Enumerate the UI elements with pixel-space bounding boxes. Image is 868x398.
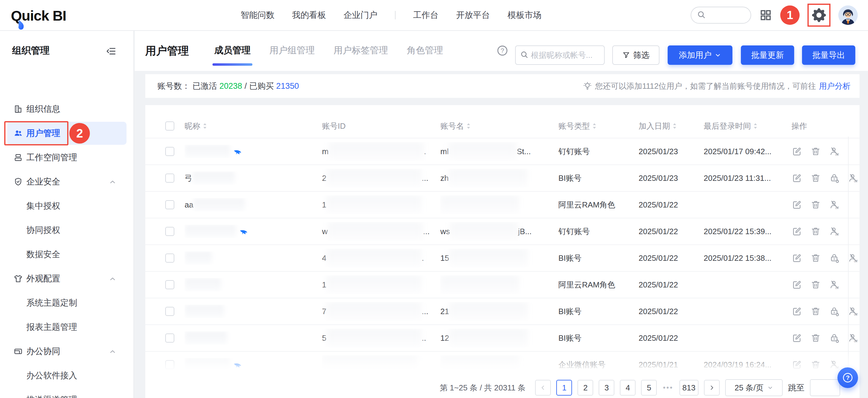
reset-password-icon[interactable]	[829, 306, 840, 317]
chevron-up-icon[interactable]	[108, 178, 117, 187]
offboard-user-icon[interactable]: off	[829, 199, 840, 210]
jump-to-page-input[interactable]	[810, 379, 840, 396]
delete-user-icon[interactable]	[810, 333, 821, 343]
sort-icon[interactable]	[466, 122, 471, 130]
row-checkbox[interactable]	[165, 174, 174, 183]
sidebar-item-system-theme[interactable]: 系统主题定制	[0, 291, 133, 315]
sidebar-item-appearance-config[interactable]: 外观配置	[0, 266, 133, 291]
page-button-5[interactable]: 5	[641, 380, 657, 396]
chevron-up-icon[interactable]	[108, 348, 117, 357]
tab-user-tags[interactable]: 用户标签管理	[334, 44, 388, 58]
user-search-input[interactable]	[531, 51, 597, 60]
tab-user-groups[interactable]: 用户组管理	[269, 44, 315, 58]
tab-roles[interactable]: 角色管理	[407, 44, 443, 58]
last-page-button[interactable]: 813	[679, 380, 699, 396]
filter-button[interactable]: 筛选	[612, 46, 659, 65]
offboard-user-icon[interactable]: off	[848, 253, 859, 263]
sidebar-item-central-authorization[interactable]: 集中授权	[0, 194, 133, 218]
page-button-4[interactable]: 4	[620, 380, 636, 396]
sidebar-item-user-management[interactable]: 用户管理 2	[0, 121, 133, 145]
column-header-last-login[interactable]: 最后登录时间	[704, 121, 792, 132]
nav-item-smart-query[interactable]: 智能问数	[241, 9, 275, 21]
offboard-user-icon[interactable]: off	[829, 359, 840, 370]
edit-user-icon[interactable]	[792, 253, 802, 263]
sidebar-item-workspace-management[interactable]: 工作空间管理	[0, 145, 133, 170]
offboard-user-icon[interactable]: off	[848, 173, 859, 183]
settings-gear-icon[interactable]	[812, 8, 826, 22]
batch-update-button[interactable]: 批量更新	[741, 46, 794, 65]
nav-item-my-dashboard[interactable]: 我的看板	[292, 9, 326, 21]
edit-user-icon[interactable]	[792, 173, 802, 183]
sort-icon[interactable]	[673, 122, 677, 130]
nav-item-template-market[interactable]: 模板市场	[507, 9, 541, 21]
page-button-2[interactable]: 2	[578, 380, 593, 396]
column-header-account-name[interactable]: 账号名	[440, 121, 558, 132]
edit-user-icon[interactable]	[792, 306, 802, 317]
offboard-user-icon[interactable]: off	[829, 146, 840, 157]
row-checkbox[interactable]	[165, 254, 174, 263]
row-checkbox[interactable]	[165, 227, 174, 236]
quick-bi-logo[interactable]: Quick BI	[11, 7, 66, 24]
row-checkbox[interactable]	[165, 147, 174, 156]
sidebar-item-enterprise-security[interactable]: 企业安全	[0, 170, 133, 194]
next-page-button[interactable]	[704, 380, 720, 396]
column-header-join-date[interactable]: 加入日期	[639, 121, 704, 132]
row-checkbox[interactable]	[165, 280, 174, 289]
delete-user-icon[interactable]	[810, 306, 821, 317]
edit-user-icon[interactable]	[792, 359, 802, 370]
batch-export-button[interactable]: 批量导出	[802, 46, 855, 65]
page-button-3[interactable]: 3	[599, 380, 614, 396]
sidebar-item-collaborative-authorization[interactable]: 协同授权	[0, 218, 133, 242]
delete-user-icon[interactable]	[810, 173, 821, 183]
user-analysis-link[interactable]: 用户分析	[819, 81, 850, 91]
add-user-button[interactable]: 添加用户	[668, 46, 733, 65]
prev-page-button[interactable]	[535, 380, 551, 396]
nav-item-workbench[interactable]: 工作台	[413, 9, 438, 21]
row-checkbox[interactable]	[165, 334, 174, 343]
edit-user-icon[interactable]	[792, 333, 802, 343]
nav-item-open-platform[interactable]: 开放平台	[456, 9, 490, 21]
sidebar-item-office-software-access[interactable]: 办公软件接入	[0, 364, 133, 388]
column-header-account-type[interactable]: 账号类型	[558, 121, 639, 132]
sidebar-item-push-channel[interactable]: 推送渠道管理	[0, 388, 133, 398]
row-checkbox[interactable]	[165, 307, 174, 316]
offboard-user-icon[interactable]: off	[829, 226, 840, 237]
reset-password-icon[interactable]	[829, 253, 840, 263]
sort-icon[interactable]	[203, 122, 207, 130]
sidebar-item-office-collaboration[interactable]: 办公协同	[0, 339, 133, 364]
reset-password-icon[interactable]	[829, 333, 840, 343]
sidebar-item-data-security[interactable]: 数据安全	[0, 242, 133, 266]
edit-user-icon[interactable]	[792, 199, 802, 210]
delete-user-icon[interactable]	[810, 279, 821, 290]
edit-user-icon[interactable]	[792, 146, 802, 157]
edit-user-icon[interactable]	[792, 226, 802, 237]
sort-icon[interactable]	[753, 122, 757, 130]
offboard-user-icon[interactable]: off	[848, 306, 859, 317]
user-avatar[interactable]	[838, 5, 858, 25]
delete-user-icon[interactable]	[810, 253, 821, 263]
user-search-box[interactable]	[515, 46, 605, 65]
sidebar-collapse-icon[interactable]	[106, 46, 117, 58]
offboard-user-icon[interactable]: off	[829, 279, 840, 290]
delete-user-icon[interactable]	[810, 199, 821, 210]
apps-grid-icon[interactable]	[759, 8, 772, 22]
global-search[interactable]	[691, 7, 751, 24]
reset-password-icon[interactable]	[829, 173, 840, 183]
page-size-select[interactable]: 25 条/页	[725, 379, 783, 396]
tab-members[interactable]: 成员管理	[214, 44, 251, 58]
sort-icon[interactable]	[592, 122, 596, 130]
help-icon[interactable]: ?	[497, 45, 508, 58]
select-all-checkbox[interactable]	[165, 121, 174, 131]
row-checkbox[interactable]	[165, 200, 174, 209]
row-checkbox[interactable]	[165, 360, 174, 369]
delete-user-icon[interactable]	[810, 359, 821, 370]
column-header-nickname[interactable]: 昵称	[185, 121, 322, 132]
edit-user-icon[interactable]	[792, 279, 802, 290]
nav-item-enterprise-portal[interactable]: 企业门户	[343, 9, 377, 21]
sidebar-item-report-theme[interactable]: 报表主题管理	[0, 315, 133, 339]
delete-user-icon[interactable]	[810, 146, 821, 157]
delete-user-icon[interactable]	[810, 226, 821, 237]
floating-help-button[interactable]: ?	[837, 367, 858, 388]
offboard-user-icon[interactable]: off	[848, 333, 859, 343]
sidebar-item-org-info[interactable]: 组织信息	[0, 97, 133, 121]
